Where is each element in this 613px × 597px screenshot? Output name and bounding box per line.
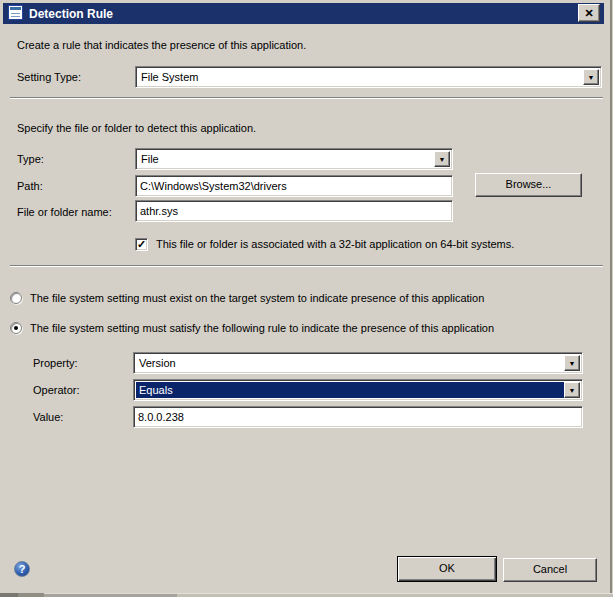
property-combobox[interactable]: Version ▼ bbox=[133, 352, 583, 374]
value-input[interactable] bbox=[133, 406, 583, 428]
window-icon-line bbox=[11, 16, 20, 17]
window-icon bbox=[8, 5, 23, 20]
radio-must-exist[interactable] bbox=[10, 292, 22, 304]
path-label: Path: bbox=[17, 180, 43, 192]
window-title: Detection Rule bbox=[29, 7, 113, 21]
property-value: Version bbox=[136, 355, 564, 371]
32bit-checkbox-label: This file or folder is associated with a… bbox=[156, 238, 514, 250]
radio-must-satisfy-label: The file system setting must satisfy the… bbox=[30, 322, 494, 334]
file-name-label: File or folder name: bbox=[17, 206, 112, 218]
cancel-button[interactable]: Cancel bbox=[503, 558, 597, 582]
window-right-edge bbox=[610, 0, 612, 597]
value-label: Value: bbox=[33, 411, 63, 423]
property-label: Property: bbox=[33, 357, 78, 369]
close-button[interactable]: ✕ bbox=[578, 4, 600, 22]
checkmark-icon: ✓ bbox=[137, 238, 146, 250]
operator-dropdown-icon[interactable]: ▼ bbox=[564, 382, 580, 398]
property-dropdown-icon[interactable]: ▼ bbox=[564, 355, 580, 371]
type-dropdown-icon[interactable]: ▼ bbox=[434, 151, 450, 167]
32bit-checkbox[interactable]: ✓ bbox=[135, 238, 148, 251]
operator-value: Equals bbox=[136, 382, 564, 398]
setting-type-combobox[interactable]: File System ▼ bbox=[135, 66, 602, 88]
window-icon-titlebar bbox=[10, 7, 21, 10]
detection-rule-dialog: { "window": { "title": "Detection Rule" … bbox=[0, 0, 613, 597]
separator-middle bbox=[10, 265, 603, 267]
separator-top bbox=[10, 97, 603, 99]
browse-button[interactable]: Browse... bbox=[475, 173, 582, 197]
setting-type-dropdown-icon[interactable]: ▼ bbox=[583, 69, 599, 85]
path-input[interactable] bbox=[135, 175, 453, 197]
intro-text: Create a rule that indicates the presenc… bbox=[17, 39, 306, 51]
radio-dot bbox=[14, 326, 18, 330]
setting-type-label: Setting Type: bbox=[17, 71, 81, 83]
file-section-heading: Specify the file or folder to detect thi… bbox=[17, 122, 256, 134]
radio-must-exist-label: The file system setting must exist on th… bbox=[30, 292, 484, 304]
window-icon-line bbox=[11, 13, 20, 14]
operator-combobox[interactable]: Equals ▼ bbox=[133, 379, 583, 401]
setting-type-value: File System bbox=[138, 69, 583, 85]
type-label: Type: bbox=[17, 153, 44, 165]
radio-must-satisfy[interactable] bbox=[10, 322, 22, 334]
ok-button[interactable]: OK bbox=[397, 556, 497, 582]
title-bar[interactable]: Detection Rule bbox=[3, 3, 604, 24]
type-value: File bbox=[138, 151, 434, 167]
background-edge bbox=[0, 593, 18, 597]
operator-label: Operator: bbox=[33, 384, 79, 396]
background-edge bbox=[18, 593, 44, 597]
file-name-input[interactable] bbox=[135, 200, 453, 222]
type-combobox[interactable]: File ▼ bbox=[135, 148, 453, 170]
help-icon[interactable]: ? bbox=[14, 561, 30, 577]
background-edge bbox=[44, 593, 177, 597]
background-edge bbox=[177, 593, 613, 597]
